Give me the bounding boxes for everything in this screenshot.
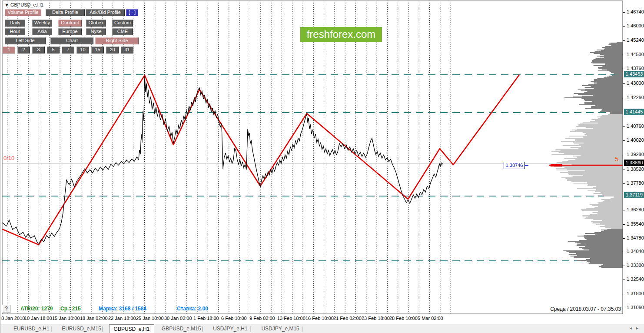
chart-tab-gbpusd-e-m15[interactable]: GBPUSD_e,M15	[157, 324, 206, 333]
volume-profile-bar	[563, 250, 623, 251]
period-button-weekly[interactable]: Weekly	[32, 20, 52, 27]
chart-tab-gbpusd-e-h1[interactable]: GBPUSD_e,H1	[109, 324, 155, 333]
session-button-asia[interactable]: Asia	[32, 28, 52, 35]
volume-profile-bar	[578, 236, 623, 236]
price-tickmark	[623, 280, 625, 280]
profile-button--[interactable]: [ - ]	[126, 9, 138, 16]
price-tick-label: 1.34040	[627, 249, 644, 254]
depth-button-10[interactable]: 10	[76, 47, 89, 53]
chart-tab-usdjpy-e-m15[interactable]: USDJPY_e,M15	[257, 324, 303, 333]
volume-profile-bar	[571, 147, 623, 148]
volume-profile-bar	[596, 224, 623, 225]
depth-button-5[interactable]: 5	[47, 47, 60, 53]
time-tick-label: 16 Feb 10:00	[305, 316, 334, 321]
price-tick-label: 1.44500	[627, 52, 644, 57]
volume-level-line-handle[interactable]	[551, 164, 562, 166]
volume-profile-bar	[569, 252, 623, 253]
volume-profile-bar	[593, 212, 623, 213]
volume-profile-bar	[615, 74, 623, 75]
volume-profile-bar	[589, 263, 623, 264]
side-button-left-side[interactable]: Left Side	[5, 37, 46, 44]
volume-profile-bar	[604, 77, 623, 78]
volume-profile-bar	[591, 107, 623, 108]
volume-profile-bar	[594, 88, 623, 89]
depth-button-7[interactable]: 7	[62, 47, 74, 53]
volume-profile-bar	[614, 197, 623, 198]
volume-profile-bar	[588, 84, 623, 85]
period-button-contract[interactable]: Contract	[58, 20, 82, 27]
volume-profile-bar	[562, 161, 623, 162]
price-tickmark	[623, 140, 625, 141]
chart-window: ▼ GBPUSD_e,H1 Volume ProfileDelta Profil…	[0, 0, 644, 333]
volume-profile-bar	[571, 256, 623, 256]
volume-profile-bar	[594, 83, 623, 84]
volume-profile-bar	[584, 249, 623, 250]
volume-profile-bar	[599, 266, 623, 267]
price-tick-label: 1.35540	[627, 221, 644, 226]
chart-tab-eurusd-e-h1[interactable]: EURUSD_e,H1	[9, 324, 54, 333]
volume-profile-bar	[568, 171, 623, 172]
volume-profile-bar	[594, 53, 623, 54]
depth-button-31[interactable]: 31	[121, 47, 133, 53]
volume-profile-bar	[601, 267, 623, 268]
volume-profile-bar	[604, 196, 623, 196]
volume-profile-bar	[591, 106, 623, 107]
session-button-europe[interactable]: Europe	[58, 28, 82, 35]
depth-button-1[interactable]: 1	[3, 47, 15, 53]
chart-tab-eurusd-e-m15[interactable]: EURUSD_e,M15	[57, 324, 106, 333]
volume-profile-bar	[607, 229, 623, 230]
session-button-hour[interactable]: Hour	[5, 28, 25, 35]
period-button-custom[interactable]: Custom	[112, 20, 133, 27]
volume-profile-bar	[577, 260, 623, 261]
dropdown-arrow-icon[interactable]: ▼	[4, 2, 9, 7]
average-status: Ср.: 215	[60, 306, 81, 312]
time-tick-label: 22 Jan 18:00	[108, 316, 136, 321]
volume-profile-bar	[585, 108, 623, 109]
volume-profile-bar	[565, 178, 623, 179]
depth-button-3[interactable]: 3	[32, 47, 45, 53]
tab-scroll-arrows-icon[interactable]: ◄►	[629, 326, 642, 330]
volume-profile-bar	[605, 63, 623, 64]
period-button-daily[interactable]: Daily	[5, 20, 25, 27]
price-line	[2, 76, 442, 244]
volume-profile-bar	[593, 187, 623, 188]
profile-button-volume-profile[interactable]: Volume Profile	[5, 9, 41, 16]
depth-button-2[interactable]: 2	[17, 47, 30, 53]
side-button-right-side[interactable]: Right Side	[95, 37, 139, 44]
price-tick-label: 1.36280	[627, 207, 644, 212]
volume-profile-bar	[604, 49, 623, 50]
side-button-chart[interactable]: Chart	[50, 37, 93, 44]
volume-profile-bar	[593, 63, 623, 63]
depth-button-15[interactable]: 15	[91, 47, 104, 53]
volume-profile-bar	[575, 139, 623, 140]
volume-profile-bar	[564, 153, 623, 154]
depth-button-20[interactable]: 20	[106, 47, 119, 53]
session-button-nyse[interactable]: Nyse	[86, 28, 106, 35]
volume-profile-bar	[592, 223, 623, 223]
profile-button-delta-profile[interactable]: Delta Profile	[46, 9, 85, 16]
help-button[interactable]: ?	[2, 305, 10, 313]
volume-profile-bar	[601, 110, 623, 111]
volume-profile-bar	[595, 120, 623, 121]
volume-profile-bar	[602, 220, 623, 221]
volume-profile-bar	[610, 113, 623, 114]
volume-profile-bar	[605, 227, 623, 228]
volume-profile-bar	[604, 200, 623, 201]
session-button-cme[interactable]: CME	[112, 28, 133, 35]
volume-profile-bar	[577, 129, 623, 130]
price-level-tag[interactable]: 1.38746	[504, 162, 525, 169]
profile-button-ask-bid-profile[interactable]: Ask/Bid Profile	[86, 9, 125, 16]
price-level-tag-tick	[524, 165, 528, 166]
volume-profile-bar	[601, 192, 623, 193]
period-button-globex[interactable]: Globex	[86, 20, 106, 27]
chart-tab-usdjpy-e-h1[interactable]: USDJPY_e,H1	[209, 324, 252, 333]
volume-profile-bar	[584, 103, 623, 104]
volume-profile-bar	[575, 130, 623, 131]
volume-profile-bar	[556, 163, 623, 163]
volume-profile-bar	[607, 70, 623, 70]
volume-profile-bar	[578, 125, 623, 126]
volume-profile-bar	[587, 261, 623, 262]
volume-profile-bar	[590, 204, 623, 205]
volume-profile-bar	[586, 127, 623, 128]
price-tick-label: 1.46740	[627, 9, 644, 14]
